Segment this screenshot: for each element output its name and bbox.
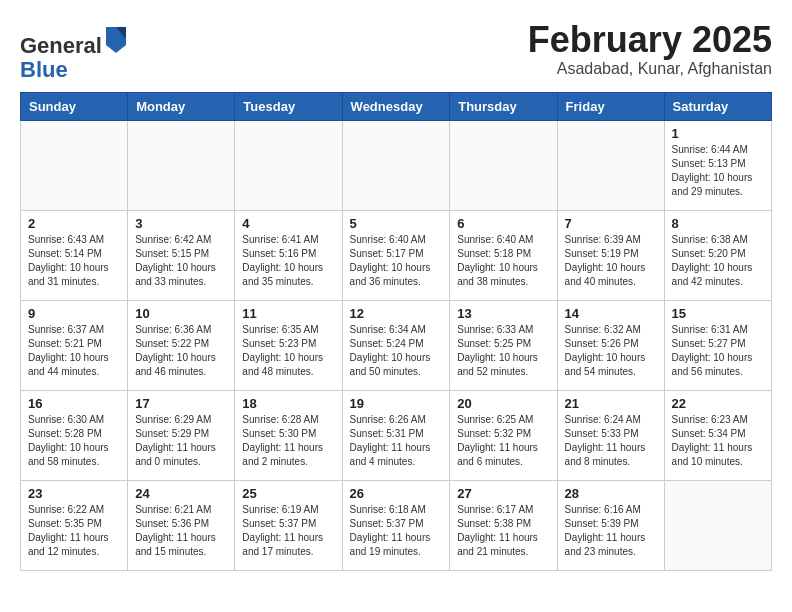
day-info: Sunrise: 6:40 AM Sunset: 5:17 PM Dayligh… <box>350 233 443 289</box>
day-cell-w1-d6 <box>557 121 664 211</box>
day-number: 4 <box>242 216 334 231</box>
day-info: Sunrise: 6:37 AM Sunset: 5:21 PM Dayligh… <box>28 323 120 379</box>
calendar-table: Sunday Monday Tuesday Wednesday Thursday… <box>20 92 772 571</box>
header-monday: Monday <box>128 93 235 121</box>
day-number: 11 <box>242 306 334 321</box>
day-cell-w2-d5: 6Sunrise: 6:40 AM Sunset: 5:18 PM Daylig… <box>450 211 557 301</box>
day-cell-w3-d6: 14Sunrise: 6:32 AM Sunset: 5:26 PM Dayli… <box>557 301 664 391</box>
day-info: Sunrise: 6:39 AM Sunset: 5:19 PM Dayligh… <box>565 233 657 289</box>
day-info: Sunrise: 6:35 AM Sunset: 5:23 PM Dayligh… <box>242 323 334 379</box>
day-cell-w4-d6: 21Sunrise: 6:24 AM Sunset: 5:33 PM Dayli… <box>557 391 664 481</box>
day-cell-w3-d1: 9Sunrise: 6:37 AM Sunset: 5:21 PM Daylig… <box>21 301 128 391</box>
day-info: Sunrise: 6:36 AM Sunset: 5:22 PM Dayligh… <box>135 323 227 379</box>
day-info: Sunrise: 6:29 AM Sunset: 5:29 PM Dayligh… <box>135 413 227 469</box>
header-saturday: Saturday <box>664 93 771 121</box>
day-cell-w2-d4: 5Sunrise: 6:40 AM Sunset: 5:17 PM Daylig… <box>342 211 450 301</box>
day-info: Sunrise: 6:41 AM Sunset: 5:16 PM Dayligh… <box>242 233 334 289</box>
day-cell-w2-d6: 7Sunrise: 6:39 AM Sunset: 5:19 PM Daylig… <box>557 211 664 301</box>
day-info: Sunrise: 6:19 AM Sunset: 5:37 PM Dayligh… <box>242 503 334 559</box>
header-friday: Friday <box>557 93 664 121</box>
day-info: Sunrise: 6:17 AM Sunset: 5:38 PM Dayligh… <box>457 503 549 559</box>
month-title: February 2025 <box>528 20 772 60</box>
day-number: 17 <box>135 396 227 411</box>
day-cell-w3-d5: 13Sunrise: 6:33 AM Sunset: 5:25 PM Dayli… <box>450 301 557 391</box>
day-number: 15 <box>672 306 764 321</box>
day-info: Sunrise: 6:24 AM Sunset: 5:33 PM Dayligh… <box>565 413 657 469</box>
day-cell-w5-d7 <box>664 481 771 571</box>
day-info: Sunrise: 6:38 AM Sunset: 5:20 PM Dayligh… <box>672 233 764 289</box>
day-info: Sunrise: 6:30 AM Sunset: 5:28 PM Dayligh… <box>28 413 120 469</box>
day-cell-w4-d1: 16Sunrise: 6:30 AM Sunset: 5:28 PM Dayli… <box>21 391 128 481</box>
day-cell-w4-d5: 20Sunrise: 6:25 AM Sunset: 5:32 PM Dayli… <box>450 391 557 481</box>
title-block: February 2025 Asadabad, Kunar, Afghanist… <box>528 20 772 78</box>
logo-icon <box>104 25 128 53</box>
day-number: 8 <box>672 216 764 231</box>
day-cell-w5-d4: 26Sunrise: 6:18 AM Sunset: 5:37 PM Dayli… <box>342 481 450 571</box>
week-row-1: 1Sunrise: 6:44 AM Sunset: 5:13 PM Daylig… <box>21 121 772 211</box>
week-row-5: 23Sunrise: 6:22 AM Sunset: 5:35 PM Dayli… <box>21 481 772 571</box>
day-number: 26 <box>350 486 443 501</box>
day-number: 3 <box>135 216 227 231</box>
day-cell-w2-d2: 3Sunrise: 6:42 AM Sunset: 5:15 PM Daylig… <box>128 211 235 301</box>
day-number: 21 <box>565 396 657 411</box>
logo-blue: Blue <box>20 57 68 82</box>
day-info: Sunrise: 6:32 AM Sunset: 5:26 PM Dayligh… <box>565 323 657 379</box>
day-number: 28 <box>565 486 657 501</box>
day-info: Sunrise: 6:25 AM Sunset: 5:32 PM Dayligh… <box>457 413 549 469</box>
day-cell-w1-d7: 1Sunrise: 6:44 AM Sunset: 5:13 PM Daylig… <box>664 121 771 211</box>
day-cell-w5-d3: 25Sunrise: 6:19 AM Sunset: 5:37 PM Dayli… <box>235 481 342 571</box>
day-info: Sunrise: 6:33 AM Sunset: 5:25 PM Dayligh… <box>457 323 549 379</box>
day-cell-w1-d2 <box>128 121 235 211</box>
day-cell-w4-d7: 22Sunrise: 6:23 AM Sunset: 5:34 PM Dayli… <box>664 391 771 481</box>
day-cell-w3-d3: 11Sunrise: 6:35 AM Sunset: 5:23 PM Dayli… <box>235 301 342 391</box>
logo: General Blue <box>20 25 128 82</box>
day-number: 14 <box>565 306 657 321</box>
day-cell-w1-d5 <box>450 121 557 211</box>
day-info: Sunrise: 6:42 AM Sunset: 5:15 PM Dayligh… <box>135 233 227 289</box>
day-number: 19 <box>350 396 443 411</box>
day-cell-w5-d2: 24Sunrise: 6:21 AM Sunset: 5:36 PM Dayli… <box>128 481 235 571</box>
day-number: 16 <box>28 396 120 411</box>
day-info: Sunrise: 6:18 AM Sunset: 5:37 PM Dayligh… <box>350 503 443 559</box>
day-info: Sunrise: 6:31 AM Sunset: 5:27 PM Dayligh… <box>672 323 764 379</box>
logo-general: General <box>20 33 102 58</box>
week-row-4: 16Sunrise: 6:30 AM Sunset: 5:28 PM Dayli… <box>21 391 772 481</box>
day-cell-w3-d7: 15Sunrise: 6:31 AM Sunset: 5:27 PM Dayli… <box>664 301 771 391</box>
day-info: Sunrise: 6:44 AM Sunset: 5:13 PM Dayligh… <box>672 143 764 199</box>
weekday-header-row: Sunday Monday Tuesday Wednesday Thursday… <box>21 93 772 121</box>
header-thursday: Thursday <box>450 93 557 121</box>
day-info: Sunrise: 6:34 AM Sunset: 5:24 PM Dayligh… <box>350 323 443 379</box>
day-cell-w1-d4 <box>342 121 450 211</box>
day-info: Sunrise: 6:16 AM Sunset: 5:39 PM Dayligh… <box>565 503 657 559</box>
day-info: Sunrise: 6:21 AM Sunset: 5:36 PM Dayligh… <box>135 503 227 559</box>
day-cell-w1-d1 <box>21 121 128 211</box>
day-info: Sunrise: 6:23 AM Sunset: 5:34 PM Dayligh… <box>672 413 764 469</box>
day-number: 7 <box>565 216 657 231</box>
day-cell-w5-d1: 23Sunrise: 6:22 AM Sunset: 5:35 PM Dayli… <box>21 481 128 571</box>
day-number: 25 <box>242 486 334 501</box>
day-cell-w2-d1: 2Sunrise: 6:43 AM Sunset: 5:14 PM Daylig… <box>21 211 128 301</box>
day-info: Sunrise: 6:26 AM Sunset: 5:31 PM Dayligh… <box>350 413 443 469</box>
day-cell-w3-d2: 10Sunrise: 6:36 AM Sunset: 5:22 PM Dayli… <box>128 301 235 391</box>
day-number: 22 <box>672 396 764 411</box>
day-info: Sunrise: 6:43 AM Sunset: 5:14 PM Dayligh… <box>28 233 120 289</box>
day-number: 2 <box>28 216 120 231</box>
day-cell-w1-d3 <box>235 121 342 211</box>
day-cell-w3-d4: 12Sunrise: 6:34 AM Sunset: 5:24 PM Dayli… <box>342 301 450 391</box>
day-cell-w5-d5: 27Sunrise: 6:17 AM Sunset: 5:38 PM Dayli… <box>450 481 557 571</box>
day-cell-w4-d2: 17Sunrise: 6:29 AM Sunset: 5:29 PM Dayli… <box>128 391 235 481</box>
day-number: 23 <box>28 486 120 501</box>
day-number: 20 <box>457 396 549 411</box>
day-number: 18 <box>242 396 334 411</box>
day-info: Sunrise: 6:40 AM Sunset: 5:18 PM Dayligh… <box>457 233 549 289</box>
day-info: Sunrise: 6:28 AM Sunset: 5:30 PM Dayligh… <box>242 413 334 469</box>
day-cell-w2-d3: 4Sunrise: 6:41 AM Sunset: 5:16 PM Daylig… <box>235 211 342 301</box>
page-header: General Blue February 2025 Asadabad, Kun… <box>20 20 772 82</box>
day-number: 24 <box>135 486 227 501</box>
day-number: 13 <box>457 306 549 321</box>
day-cell-w2-d7: 8Sunrise: 6:38 AM Sunset: 5:20 PM Daylig… <box>664 211 771 301</box>
day-info: Sunrise: 6:22 AM Sunset: 5:35 PM Dayligh… <box>28 503 120 559</box>
day-cell-w5-d6: 28Sunrise: 6:16 AM Sunset: 5:39 PM Dayli… <box>557 481 664 571</box>
header-sunday: Sunday <box>21 93 128 121</box>
day-cell-w4-d3: 18Sunrise: 6:28 AM Sunset: 5:30 PM Dayli… <box>235 391 342 481</box>
